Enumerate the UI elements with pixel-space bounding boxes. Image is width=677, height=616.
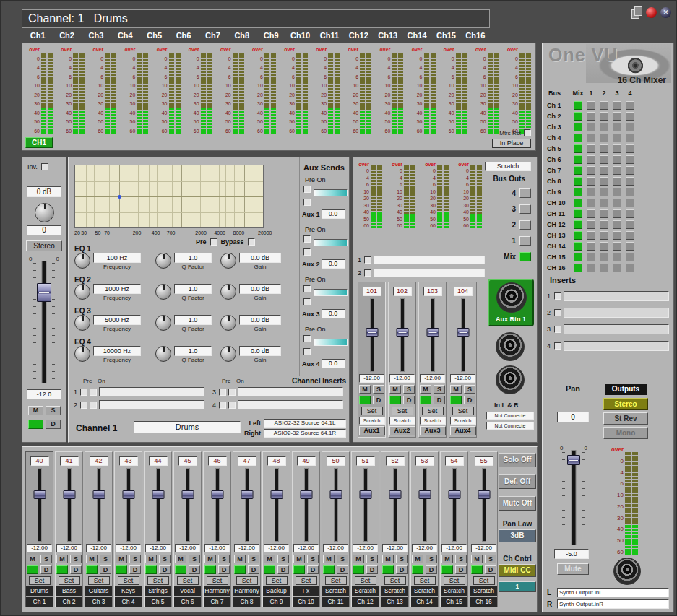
cc-number-field[interactable]: 55 bbox=[475, 456, 493, 466]
q-factor-knob[interactable] bbox=[155, 253, 171, 269]
insert-pre-checkbox[interactable] bbox=[80, 402, 87, 409]
bus-assign-button[interactable] bbox=[626, 253, 634, 261]
mix-assign-button[interactable] bbox=[574, 264, 582, 272]
insert-on-checkbox[interactable] bbox=[228, 389, 236, 396]
bus-out-button[interactable] bbox=[519, 220, 531, 230]
insert-slot-field[interactable] bbox=[99, 387, 204, 396]
insert-checkbox[interactable] bbox=[554, 342, 561, 350]
channel-name-button[interactable]: Vocal bbox=[174, 586, 201, 596]
bus-assign-button[interactable] bbox=[600, 123, 608, 131]
bank-button[interactable]: 1 bbox=[499, 581, 536, 592]
strip-fader[interactable] bbox=[452, 299, 475, 371]
fader-handle[interactable] bbox=[33, 490, 46, 499]
aux-return-knob[interactable] bbox=[496, 282, 527, 313]
channel-number-button[interactable]: Ch 9 bbox=[263, 597, 290, 607]
strip-fader[interactable] bbox=[324, 469, 348, 541]
tab-ch9[interactable]: Ch9 bbox=[256, 31, 285, 40]
set-button[interactable]: Set bbox=[361, 407, 383, 415]
channel-name-button[interactable]: Harmony bbox=[204, 586, 230, 596]
cc-number-field[interactable]: 53 bbox=[415, 456, 434, 466]
mute-button[interactable]: M bbox=[293, 555, 305, 563]
mute-button[interactable]: M bbox=[175, 555, 186, 563]
mute-button[interactable]: M bbox=[389, 385, 401, 394]
d-button[interactable]: D bbox=[100, 565, 111, 574]
d-button[interactable]: D bbox=[129, 565, 141, 574]
master-mute-button[interactable]: Mute bbox=[557, 563, 589, 575]
mix-assign-button[interactable] bbox=[574, 199, 582, 207]
d-button[interactable]: D bbox=[337, 565, 348, 574]
q-factor-field[interactable]: 1.0 bbox=[174, 346, 212, 356]
mute-button[interactable]: M bbox=[116, 555, 127, 563]
set-button[interactable]: Set bbox=[325, 576, 347, 585]
aux-on-checkbox[interactable] bbox=[303, 298, 311, 305]
strip-fader[interactable] bbox=[421, 299, 444, 371]
aux-level-slider[interactable] bbox=[314, 189, 348, 196]
solo-button[interactable]: S bbox=[248, 555, 259, 563]
right-source-field[interactable]: ASIO2-32 Source 64.1R bbox=[264, 429, 346, 438]
output-left-field[interactable]: Synth Output.inL bbox=[557, 588, 669, 597]
frequency-field[interactable]: 100 Hz bbox=[93, 253, 141, 263]
q-factor-knob[interactable] bbox=[155, 346, 171, 362]
channel-number-button[interactable]: Ch 6 bbox=[174, 597, 201, 607]
input-gain-knob[interactable] bbox=[35, 203, 54, 222]
solo-button[interactable]: S bbox=[189, 555, 200, 563]
frequency-knob[interactable] bbox=[74, 284, 90, 300]
fader-handle[interactable] bbox=[37, 283, 51, 302]
strip-fader[interactable] bbox=[295, 469, 318, 541]
bus-out-button[interactable] bbox=[519, 204, 531, 214]
insert-checkbox[interactable] bbox=[554, 309, 561, 316]
bus-assign-button[interactable] bbox=[626, 242, 634, 251]
mute-button[interactable]: M bbox=[56, 555, 68, 563]
set-button[interactable]: Set bbox=[59, 576, 80, 585]
tab-ch4[interactable]: Ch4 bbox=[111, 31, 139, 40]
set-button[interactable]: Set bbox=[88, 576, 110, 585]
d-button[interactable]: D bbox=[189, 565, 200, 574]
input-gain-field[interactable]: 0 dB bbox=[27, 186, 61, 197]
cc-number-field[interactable]: 103 bbox=[423, 287, 442, 296]
stereo-mode-button[interactable]: Stereo bbox=[26, 240, 62, 251]
strip-fader[interactable] bbox=[265, 469, 288, 541]
bus-assign-button[interactable] bbox=[600, 144, 608, 153]
solo-button[interactable]: S bbox=[159, 555, 171, 563]
current-channel-button[interactable]: CH1 bbox=[25, 137, 53, 148]
bus-assign-button[interactable] bbox=[613, 112, 621, 121]
channel-number-button[interactable]: Ch 12 bbox=[352, 597, 379, 607]
master-pan-knob[interactable] bbox=[613, 558, 641, 585]
bus-assign-button[interactable] bbox=[600, 166, 608, 175]
d-button[interactable]: D bbox=[396, 565, 408, 574]
strip-fader[interactable] bbox=[443, 469, 466, 541]
cc-number-field[interactable]: 41 bbox=[60, 456, 79, 466]
solo-button[interactable]: S bbox=[70, 555, 82, 563]
aux-return-2-knob[interactable] bbox=[496, 332, 525, 361]
bus-assign-button[interactable] bbox=[600, 231, 608, 240]
channel-name-button[interactable]: Strings bbox=[145, 586, 171, 596]
cc-number-field[interactable]: 48 bbox=[267, 456, 286, 466]
mute-button[interactable]: M bbox=[441, 555, 453, 563]
bus-assign-button[interactable] bbox=[587, 253, 595, 261]
d-button[interactable]: D bbox=[40, 565, 52, 574]
eq-bypass-checkbox[interactable] bbox=[248, 238, 255, 246]
solo-button[interactable]: S bbox=[46, 406, 61, 415]
bus-assign-button[interactable] bbox=[626, 231, 634, 240]
input-connection-field[interactable]: Not Connecte bbox=[486, 422, 534, 430]
gain-field[interactable]: 0.0 dB bbox=[239, 346, 281, 356]
tab-ch7[interactable]: Ch7 bbox=[198, 31, 227, 40]
bus-assign-button[interactable] bbox=[587, 177, 595, 186]
aux-on-checkbox[interactable] bbox=[303, 248, 311, 256]
gain-field[interactable]: 0.0 dB bbox=[239, 284, 281, 294]
invert-checkbox[interactable] bbox=[41, 163, 48, 170]
bus-assign-button[interactable] bbox=[600, 242, 608, 251]
channel-name-button[interactable]: Scratch bbox=[352, 586, 379, 596]
set-button[interactable]: Set bbox=[207, 576, 228, 585]
bus-assign-button[interactable] bbox=[613, 123, 621, 131]
mute-button[interactable]: M bbox=[353, 555, 364, 563]
d-button[interactable]: D bbox=[70, 565, 82, 574]
fader-handle[interactable] bbox=[329, 490, 342, 499]
bus-assign-button[interactable] bbox=[587, 123, 595, 131]
channel-number-button[interactable]: Ch 11 bbox=[322, 597, 349, 607]
insert-slot-field[interactable] bbox=[564, 308, 669, 318]
set-button[interactable]: Set bbox=[444, 576, 465, 585]
strip-fader[interactable] bbox=[384, 469, 407, 541]
insert-on-checkbox[interactable] bbox=[90, 389, 97, 396]
mix-assign-button[interactable] bbox=[574, 144, 582, 153]
